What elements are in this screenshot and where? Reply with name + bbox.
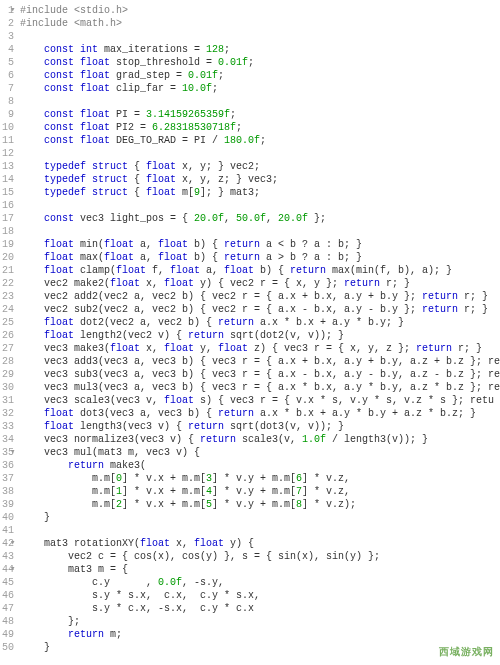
fold-toggle-icon[interactable]: ▾ bbox=[10, 4, 15, 17]
code-line[interactable]: float dot3(vec3 a, vec3 b) { return a.x … bbox=[20, 407, 500, 420]
code-text: c.y , 0.0f, -s.y, bbox=[20, 577, 224, 588]
line-number: 9 bbox=[0, 108, 14, 121]
code-line[interactable]: m.m[2] * v.x + m.m[5] * v.y + m.m[8] * v… bbox=[20, 498, 500, 511]
code-editor[interactable]: 1234567891011121314151617181920212223242… bbox=[0, 0, 500, 654]
code-line[interactable]: vec2 c = { cos(x), cos(y) }, s = { sin(x… bbox=[20, 550, 500, 563]
line-number: 7 bbox=[0, 82, 14, 95]
code-line[interactable]: float dot2(vec2 a, vec2 b) { return a.x … bbox=[20, 316, 500, 329]
code-text: float dot3(vec3 a, vec3 b) { return a.x … bbox=[20, 408, 476, 419]
line-number: 36 bbox=[0, 459, 14, 472]
code-line[interactable]: const float clip_far = 10.0f; bbox=[20, 82, 500, 95]
code-line[interactable]: const float grad_step = 0.01f; bbox=[20, 69, 500, 82]
line-number: 45 bbox=[0, 576, 14, 589]
code-line[interactable]: #include <math.h> bbox=[20, 17, 500, 30]
code-line[interactable]: float length3(vec3 v) { return sqrt(dot3… bbox=[20, 420, 500, 433]
code-line[interactable]: s.y * c.x, -s.x, c.y * c.x bbox=[20, 602, 500, 615]
code-text: vec3 add3(vec3 a, vec3 b) { vec3 r = { a… bbox=[20, 356, 500, 367]
line-number: 41 bbox=[0, 524, 14, 537]
code-line[interactable]: vec3 make3(float x, float y, float z) { … bbox=[20, 342, 500, 355]
code-line[interactable]: vec2 add2(vec2 a, vec2 b) { vec2 r = { a… bbox=[20, 290, 500, 303]
code-line[interactable]: ▾#include <stdio.h> bbox=[20, 4, 500, 17]
code-line[interactable] bbox=[20, 95, 500, 108]
line-number: 29 bbox=[0, 368, 14, 381]
code-line[interactable]: float min(float a, float b) { return a <… bbox=[20, 238, 500, 251]
code-line[interactable]: return make3( bbox=[20, 459, 500, 472]
code-line[interactable]: typedef struct { float x, y, z; } vec3; bbox=[20, 173, 500, 186]
line-number: 15 bbox=[0, 186, 14, 199]
code-line[interactable]: typedef struct { float x, y; } vec2; bbox=[20, 160, 500, 173]
code-line[interactable]: float length2(vec2 v) { return sqrt(dot2… bbox=[20, 329, 500, 342]
code-text: float dot2(vec2 a, vec2 b) { return a.x … bbox=[20, 317, 404, 328]
line-number: 27 bbox=[0, 342, 14, 355]
code-text: typedef struct { float x, y; } vec2; bbox=[20, 161, 260, 172]
fold-toggle-icon[interactable]: ▾ bbox=[10, 537, 15, 550]
code-line[interactable]: s.y * s.x, c.x, c.y * s.x, bbox=[20, 589, 500, 602]
code-text: vec3 mul(mat3 m, vec3 v) { bbox=[20, 447, 200, 458]
code-line[interactable]: vec3 sub3(vec3 a, vec3 b) { vec3 r = { a… bbox=[20, 368, 500, 381]
line-number: 3 bbox=[0, 30, 14, 43]
code-text: vec3 mul3(vec3 a, vec3 b) { vec3 r = { a… bbox=[20, 382, 500, 393]
line-number: 33 bbox=[0, 420, 14, 433]
line-number: 32 bbox=[0, 407, 14, 420]
code-line[interactable]: ▾ vec3 mul(mat3 m, vec3 v) { bbox=[20, 446, 500, 459]
code-line[interactable]: return m; bbox=[20, 628, 500, 641]
code-text: float max(float a, float b) { return a >… bbox=[20, 252, 362, 263]
code-line[interactable]: const float PI = 3.14159265359f; bbox=[20, 108, 500, 121]
code-text: vec2 add2(vec2 a, vec2 b) { vec2 r = { a… bbox=[20, 291, 488, 302]
code-line[interactable]: } bbox=[20, 641, 500, 654]
line-number: 31 bbox=[0, 394, 14, 407]
code-text: vec2 sub2(vec2 a, vec2 b) { vec2 r = { a… bbox=[20, 304, 488, 315]
code-text: vec3 sub3(vec3 a, vec3 b) { vec3 r = { a… bbox=[20, 369, 500, 380]
code-line[interactable]: vec2 sub2(vec2 a, vec2 b) { vec2 r = { a… bbox=[20, 303, 500, 316]
code-text: vec3 scale3(vec3 v, float s) { vec3 r = … bbox=[20, 395, 494, 406]
code-text: typedef struct { float x, y, z; } vec3; bbox=[20, 174, 278, 185]
code-line[interactable] bbox=[20, 30, 500, 43]
line-number: 40 bbox=[0, 511, 14, 524]
code-line[interactable]: m.m[1] * v.x + m.m[4] * v.y + m.m[7] * v… bbox=[20, 485, 500, 498]
code-text: vec2 c = { cos(x), cos(y) }, s = { sin(x… bbox=[20, 551, 380, 562]
code-line[interactable] bbox=[20, 147, 500, 160]
line-number: 43 bbox=[0, 550, 14, 563]
code-line[interactable]: vec3 add3(vec3 a, vec3 b) { vec3 r = { a… bbox=[20, 355, 500, 368]
code-line[interactable]: vec3 scale3(vec3 v, float s) { vec3 r = … bbox=[20, 394, 500, 407]
code-line[interactable] bbox=[20, 524, 500, 537]
code-line[interactable]: const float DEG_TO_RAD = PI / 180.0f; bbox=[20, 134, 500, 147]
code-text: const float clip_far = 10.0f; bbox=[20, 83, 218, 94]
code-line[interactable]: ▾ mat3 m = { bbox=[20, 563, 500, 576]
line-number: 13 bbox=[0, 160, 14, 173]
line-number: 12 bbox=[0, 147, 14, 160]
code-line[interactable]: const float stop_threshold = 0.01f; bbox=[20, 56, 500, 69]
code-line[interactable]: c.y , 0.0f, -s.y, bbox=[20, 576, 500, 589]
code-line[interactable]: }; bbox=[20, 615, 500, 628]
code-area[interactable]: ▾#include <stdio.h>#include <math.h> con… bbox=[20, 4, 500, 654]
code-line[interactable]: const int max_iterations = 128; bbox=[20, 43, 500, 56]
code-line[interactable]: const float PI2 = 6.28318530718f; bbox=[20, 121, 500, 134]
code-text: m.m[0] * v.x + m.m[3] * v.y + m.m[6] * v… bbox=[20, 473, 350, 484]
fold-toggle-icon[interactable]: ▾ bbox=[10, 563, 15, 576]
code-line[interactable]: float max(float a, float b) { return a >… bbox=[20, 251, 500, 264]
code-line[interactable]: vec3 normalize3(vec3 v) { return scale3(… bbox=[20, 433, 500, 446]
code-line[interactable]: } bbox=[20, 511, 500, 524]
code-line[interactable]: vec2 make2(float x, float y) { vec2 r = … bbox=[20, 277, 500, 290]
code-line[interactable]: m.m[0] * v.x + m.m[3] * v.y + m.m[6] * v… bbox=[20, 472, 500, 485]
fold-toggle-icon[interactable]: ▾ bbox=[10, 446, 15, 459]
line-number: 23 bbox=[0, 290, 14, 303]
code-line[interactable]: vec3 mul3(vec3 a, vec3 b) { vec3 r = { a… bbox=[20, 381, 500, 394]
line-number: 11 bbox=[0, 134, 14, 147]
code-text: float length2(vec2 v) { return sqrt(dot2… bbox=[20, 330, 344, 341]
code-text: m.m[1] * v.x + m.m[4] * v.y + m.m[7] * v… bbox=[20, 486, 350, 497]
code-line[interactable] bbox=[20, 199, 500, 212]
line-number: 37 bbox=[0, 472, 14, 485]
code-text: vec3 make3(float x, float y, float z) { … bbox=[20, 343, 482, 354]
code-text: m.m[2] * v.x + m.m[5] * v.y + m.m[8] * v… bbox=[20, 499, 356, 510]
code-line[interactable]: typedef struct { float m[9]; } mat3; bbox=[20, 186, 500, 199]
code-line[interactable]: ▾ mat3 rotationXY(float x, float y) { bbox=[20, 537, 500, 550]
code-text: const float DEG_TO_RAD = PI / 180.0f; bbox=[20, 135, 266, 146]
code-text: return make3( bbox=[20, 460, 146, 471]
code-line[interactable]: const vec3 light_pos = { 20.0f, 50.0f, 2… bbox=[20, 212, 500, 225]
code-line[interactable]: float clamp(float f, float a, float b) {… bbox=[20, 264, 500, 277]
code-line[interactable] bbox=[20, 225, 500, 238]
line-number: 50 bbox=[0, 641, 14, 654]
code-text: const float grad_step = 0.01f; bbox=[20, 70, 224, 81]
line-number: 47 bbox=[0, 602, 14, 615]
